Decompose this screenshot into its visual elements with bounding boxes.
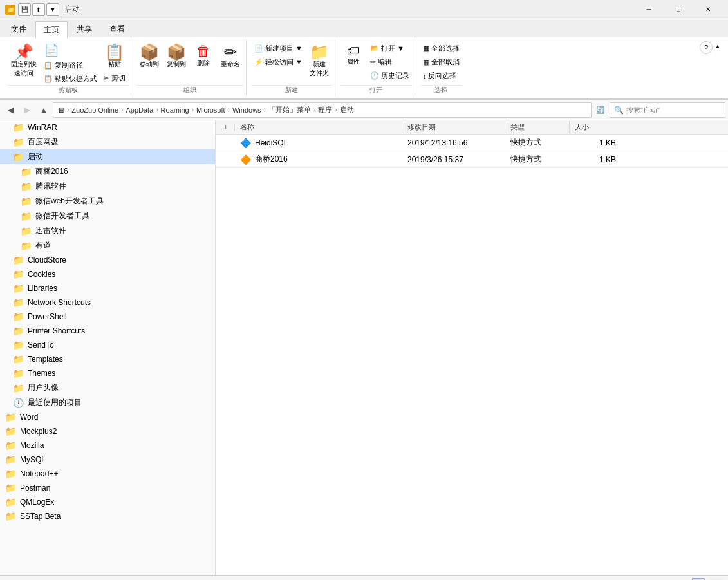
sidebar: 📁WinRAR📁百度网盘📁启动📁商桥2016📁腾讯软件📁微信web开发者工具📁微… [0, 120, 216, 575]
select-none-button[interactable]: ▦ 全部取消 [420, 56, 462, 68]
open-button[interactable]: 📂 打开 ▼ [368, 42, 412, 55]
tab-home[interactable]: 主页 [35, 21, 68, 38]
sidebar-item-label: SSTap Beta [20, 512, 61, 521]
sidebar-item-迅雷软件[interactable]: 📁迅雷软件 [0, 223, 215, 238]
sidebar-item-启动[interactable]: 📁启动 [0, 149, 215, 164]
quick-save-btn[interactable]: 💾 [18, 3, 31, 16]
paste-button[interactable]: 📋 粘贴 [101, 42, 128, 71]
sidebar-item-最近使用的项目[interactable]: 🕐最近使用的项目 [0, 395, 215, 410]
history-button[interactable]: 🕐 历史记录 [368, 70, 412, 82]
sidebar-item-sendto[interactable]: 📁SendTo [0, 338, 215, 352]
file-name-shangjiao: 🔶 商桥2016 [235, 154, 402, 165]
grid-view-button[interactable]: ⊞ [710, 578, 723, 581]
delete-button[interactable]: 🗑 删除 [191, 42, 216, 70]
breadcrumb-1[interactable]: ZuoZuo Online [71, 106, 118, 114]
invert-select-button[interactable]: ↕ 反向选择 [420, 70, 462, 82]
new-folder-icon: 📁 [310, 44, 329, 60]
easy-access-button[interactable]: ⚡ 轻松访问 ▼ [252, 56, 305, 68]
refresh-button[interactable]: 🔄 [593, 102, 608, 118]
breadcrumb-8[interactable]: 启动 [340, 105, 354, 115]
easy-access-icon: ⚡ [254, 58, 263, 66]
breadcrumb-7[interactable]: 程序 [318, 105, 332, 115]
search-input[interactable] [626, 106, 721, 114]
sidebar-item-cloudstore[interactable]: 📁CloudStore [0, 253, 215, 267]
address-bar[interactable]: 🖥 › ZuoZuo Online › AppData › Roaming › … [53, 102, 592, 118]
col-header-type[interactable]: 类型 [505, 121, 570, 133]
sidebar-item-libraries[interactable]: 📁Libraries [0, 281, 215, 295]
breadcrumb-5[interactable]: Windows [232, 106, 261, 114]
minimize-button[interactable]: ─ [634, 0, 664, 19]
cut-icon: ✂ [104, 74, 109, 82]
sidebar-item-templates[interactable]: 📁Templates [0, 352, 215, 366]
sidebar-item-label: Word [20, 413, 38, 422]
sidebar-item-qmlogex[interactable]: 📁QMLogEx [0, 495, 215, 509]
sidebar-item-mozilla[interactable]: 📁Mozilla [0, 438, 215, 453]
breadcrumb-6[interactable]: 「开始」菜单 [268, 105, 311, 115]
new-item-button[interactable]: 📄 新建项目 ▼ [252, 42, 305, 55]
sidebar-item-sstap-beta[interactable]: 📁SSTap Beta [0, 509, 215, 523]
sidebar-item-mysql[interactable]: 📁MySQL [0, 453, 215, 467]
new-folder-button[interactable]: 📁 新建文件夹 [306, 42, 332, 80]
col-header-name[interactable]: 名称 [235, 121, 402, 133]
up-button[interactable]: ▲ [36, 102, 51, 118]
back-button[interactable]: ◀ [3, 102, 18, 118]
delete-icon: 🗑 [196, 44, 210, 59]
sidebar-item-powershell[interactable]: 📁PowerShell [0, 310, 215, 324]
properties-button[interactable]: 🏷 属性 [341, 42, 366, 68]
paste-shortcut-button[interactable]: 📋 粘贴快捷方式 [41, 73, 100, 85]
tab-file[interactable]: 文件 [3, 21, 35, 37]
sidebar-item-mockplus2[interactable]: 📁Mockplus2 [0, 424, 215, 438]
col-header-date[interactable]: 修改日期 [402, 121, 505, 133]
sidebar-item-cookies[interactable]: 📁Cookies [0, 267, 215, 281]
maximize-button[interactable]: □ [664, 0, 693, 19]
help-button[interactable]: ? [700, 41, 713, 54]
copyto-icon: 📦 [167, 44, 186, 60]
copy-path-button[interactable]: 📋 复制路径 [41, 59, 100, 71]
breadcrumb-4[interactable]: Microsoft [196, 106, 225, 114]
table-row[interactable]: 🔷 HeidiSQL 2019/12/13 16:56 快捷方式 1 KB [216, 135, 728, 151]
sidebar-item-商桥2016[interactable]: 📁商桥2016 [0, 164, 215, 179]
sidebar-item-word[interactable]: 📁Word [0, 410, 215, 424]
sidebar-item-腾讯软件[interactable]: 📁腾讯软件 [0, 179, 215, 194]
breadcrumb-2[interactable]: AppData [126, 106, 153, 114]
forward-button[interactable]: ▶ [19, 102, 35, 118]
move-icon: 📦 [140, 44, 159, 60]
tab-view[interactable]: 查看 [101, 21, 133, 37]
quick-up-btn[interactable]: ⬆ [32, 3, 45, 16]
quick-dropdown-btn[interactable]: ▼ [46, 3, 59, 16]
search-bar[interactable]: 🔍 [610, 102, 725, 118]
table-row[interactable]: 🔶 商桥2016 2019/3/26 15:37 快捷方式 1 KB [216, 151, 728, 168]
sidebar-item-有道[interactable]: 📁有道 [0, 238, 215, 253]
tab-share[interactable]: 共享 [68, 21, 100, 37]
pin-button[interactable]: 📌 固定到快速访问 [8, 42, 40, 80]
ribbon-collapse-button[interactable]: ▲ [713, 41, 723, 51]
list-view-button[interactable]: ☰ [692, 578, 705, 581]
sidebar-item-winrar[interactable]: 📁WinRAR [0, 120, 215, 135]
sidebar-item-微信web开发者工具[interactable]: 📁微信web开发者工具 [0, 194, 215, 209]
close-button[interactable]: ✕ [693, 0, 723, 19]
sidebar-item-label: 百度网盘 [28, 136, 59, 147]
sidebar-item-label: 微信开发者工具 [35, 210, 89, 221]
group-open: 🏷 属性 📂 打开 ▼ ✏ 编辑 🕐 历史记录 [338, 40, 415, 96]
rename-button[interactable]: ✏ 重命名 [218, 42, 243, 71]
select-all-button[interactable]: ▦ 全部选择 [420, 42, 462, 55]
sidebar-item-label: 微信web开发者工具 [35, 196, 104, 207]
edit-button[interactable]: ✏ 编辑 [368, 56, 412, 68]
sidebar-item-themes[interactable]: 📁Themes [0, 366, 215, 380]
file-type-shangjiao: 快捷方式 [505, 154, 570, 165]
file-size-heidisql: 1 KB [570, 138, 621, 147]
col-header-size[interactable]: 大小 [570, 121, 621, 133]
folder-icon: 📁 [13, 255, 24, 265]
sidebar-item-notepad++[interactable]: 📁Notepad++ [0, 467, 215, 481]
breadcrumb-3[interactable]: Roaming [161, 106, 189, 114]
copy-to-button[interactable]: 📦 复制到 [163, 42, 189, 71]
sidebar-item-百度网盘[interactable]: 📁百度网盘 [0, 135, 215, 149]
sidebar-item-用户头像[interactable]: 📁用户头像 [0, 380, 215, 395]
sidebar-item-network-shortcuts[interactable]: 📁Network Shortcuts [0, 295, 215, 310]
sidebar-item-printer-shortcuts[interactable]: 📁Printer Shortcuts [0, 324, 215, 338]
sidebar-item-postman[interactable]: 📁Postman [0, 481, 215, 495]
sidebar-item-微信开发者工具[interactable]: 📁微信开发者工具 [0, 209, 215, 223]
copy-button[interactable]: 📄 [41, 42, 100, 58]
cut-button[interactable]: ✂ 剪切 [101, 72, 128, 84]
move-to-button[interactable]: 📦 移动到 [136, 42, 162, 71]
